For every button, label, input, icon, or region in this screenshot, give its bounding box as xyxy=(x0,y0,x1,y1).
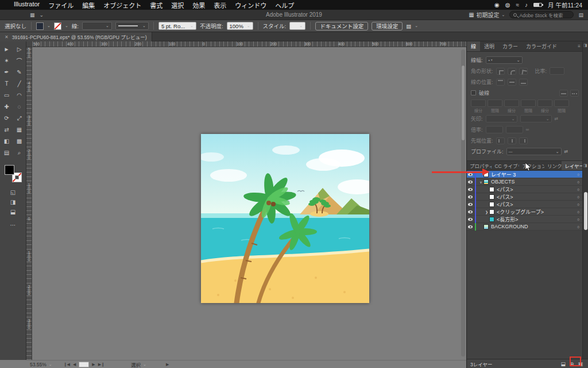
stock-search-input[interactable]: Adobe Stock を検索 xyxy=(509,11,574,18)
tool-icon[interactable]: ▤ xyxy=(1,147,13,158)
fill-proxy-swatch[interactable] xyxy=(5,165,14,175)
titlebar-icon[interactable]: ⌄ xyxy=(40,12,44,18)
visibility-toggle[interactable] xyxy=(467,223,474,231)
beach-illustration[interactable] xyxy=(201,134,369,303)
tool-icon[interactable]: T xyxy=(1,78,13,89)
expand-arrow[interactable]: ❯ xyxy=(484,210,489,214)
layer-name[interactable]: <長方形> xyxy=(497,216,574,223)
draw-mode-icon[interactable]: ◱ xyxy=(10,189,16,195)
layer-thumbnail[interactable] xyxy=(483,224,489,229)
layer-name[interactable]: OBJECTS xyxy=(491,179,574,185)
target-circle-icon[interactable]: ○ xyxy=(574,195,583,199)
document-setup-button[interactable]: ドキュメント設定 xyxy=(315,22,368,30)
tool-icon[interactable]: ⌕ xyxy=(14,147,25,158)
tool-icon[interactable]: ▭ xyxy=(1,90,13,101)
menu-item[interactable]: ファイル xyxy=(48,1,74,10)
panel-toggle-icon[interactable]: ▤ xyxy=(578,12,583,18)
dash-field[interactable] xyxy=(504,99,519,107)
tool-icon[interactable]: ✶ xyxy=(1,55,13,66)
panel-tab[interactable]: 透明 xyxy=(480,41,498,51)
menu-item[interactable]: ヘルプ xyxy=(275,1,294,10)
menu-item[interactable]: ウィンドウ xyxy=(235,1,266,10)
panel-tab[interactable]: 線 xyxy=(467,41,480,51)
link-scale-icon[interactable]: ∞ xyxy=(526,127,529,132)
visibility-toggle[interactable] xyxy=(467,186,474,193)
target-circle-icon[interactable]: ○ xyxy=(574,217,583,221)
brush-definition-dropdown[interactable]: 5 pt. Ro...⌄ xyxy=(158,22,196,30)
width-profile-dropdown[interactable]: ⌄ xyxy=(115,22,149,30)
bevel-join-button[interactable] xyxy=(519,68,528,75)
first-artboard-button[interactable]: ❙◀ xyxy=(64,362,70,367)
zoom-dropdown[interactable]: 53.55% ⌄ xyxy=(30,362,52,367)
visibility-toggle[interactable] xyxy=(467,216,474,223)
target-circle-icon[interactable]: ○ xyxy=(574,187,583,191)
layer-thumbnail[interactable] xyxy=(489,202,494,207)
dash-field[interactable] xyxy=(554,99,569,107)
previous-artboard-button[interactable]: ◀ xyxy=(73,362,76,367)
round-join-button[interactable] xyxy=(508,68,516,75)
layer-name[interactable]: レイヤー 3 xyxy=(491,171,574,178)
layer-thumbnail[interactable] xyxy=(489,209,494,214)
flip-along-icon[interactable]: ⇄ xyxy=(564,149,568,154)
style-dropdown[interactable]: ⌄ xyxy=(289,22,305,30)
scale-start-field[interactable] xyxy=(486,126,503,133)
fill-stroke-control[interactable] xyxy=(5,165,22,182)
menubar-status-icon[interactable]: ≈ xyxy=(516,2,520,8)
tool-icon[interactable]: ▷ xyxy=(14,44,25,55)
tool-icon[interactable]: ◧ xyxy=(1,136,13,147)
menubar-clock[interactable]: 月 午前11:24 xyxy=(548,1,582,9)
layer-thumbnail[interactable] xyxy=(483,179,489,185)
layer-row[interactable]: <パス> ○ xyxy=(467,186,583,193)
menu-item[interactable]: 選択 xyxy=(171,1,184,10)
next-artboard-button[interactable]: ▶ xyxy=(92,362,95,367)
layer-name[interactable]: <パス> xyxy=(497,201,574,208)
menu-item[interactable]: Illustrator xyxy=(14,1,40,10)
target-circle-icon[interactable]: ○ xyxy=(574,225,583,229)
status-flyout-icon[interactable]: ▶ xyxy=(166,362,169,367)
dashed-line-checkbox[interactable] xyxy=(471,90,476,95)
layer-thumbnail[interactable] xyxy=(489,194,494,200)
titlebar-icon[interactable]: ▦ xyxy=(30,12,35,18)
align-center-button[interactable] xyxy=(496,79,505,86)
menu-item[interactable]: 効果 xyxy=(192,1,205,10)
tool-icon[interactable]: ╱ xyxy=(14,78,25,89)
tool-icon[interactable]: ▩ xyxy=(14,136,25,147)
layer-thumbnail[interactable] xyxy=(489,187,494,192)
panel-tab[interactable]: リンク xyxy=(544,161,562,170)
layer-row[interactable]: ❯ <クリップグループ> ○ xyxy=(467,208,583,216)
fill-color-swatch[interactable] xyxy=(36,22,44,30)
align-outside-button[interactable] xyxy=(519,79,528,86)
status-tool-dropdown[interactable]: 選択 ⌄ xyxy=(131,361,146,368)
layer-name[interactable]: <クリップグループ> xyxy=(497,208,574,216)
dash-field[interactable] xyxy=(471,99,486,107)
tool-icon[interactable]: ✎ xyxy=(14,67,25,78)
layers-scrollbar-thumb[interactable] xyxy=(584,192,587,230)
tip-inside-button[interactable] xyxy=(519,137,528,144)
tool-icon[interactable]: ◠ xyxy=(14,90,25,101)
layers-footer-icon[interactable]: ⬓ xyxy=(560,361,566,367)
expand-arrow[interactable]: ∨ xyxy=(478,180,483,184)
layer-name[interactable]: <パス> xyxy=(497,186,574,193)
layer-row[interactable]: <パス> ○ xyxy=(467,201,583,208)
tool-icon[interactable]: ► xyxy=(1,44,13,55)
chevron-down-icon[interactable]: ⌄ xyxy=(65,24,68,28)
visibility-toggle[interactable] xyxy=(467,178,474,186)
tool-icon[interactable]: ⤢ xyxy=(14,113,25,124)
visibility-toggle[interactable] xyxy=(467,208,474,216)
tool-icon[interactable]: ⇄ xyxy=(1,124,13,135)
draw-mode-icon[interactable]: ◨ xyxy=(10,199,16,205)
scale-end-field[interactable] xyxy=(506,126,523,133)
opacity-dropdown[interactable]: 100%⌄ xyxy=(227,22,253,30)
menu-item[interactable]: オブジェクト xyxy=(103,1,141,10)
arrow-end-dropdown[interactable]: ⌄ xyxy=(520,115,552,122)
width-profile-dropdown[interactable]: — ⌄ xyxy=(506,148,562,155)
layer-row[interactable]: ∨ OBJECTS ○ xyxy=(467,178,583,186)
tool-icon[interactable]: ✒ xyxy=(1,67,13,78)
canvas[interactable]: 5004003002001000100200300400500600700 50… xyxy=(26,41,466,360)
align-dash-button[interactable] xyxy=(570,90,579,97)
chevron-down-icon[interactable]: ⌄ xyxy=(47,24,51,28)
miter-join-button[interactable] xyxy=(496,68,505,75)
stepper-icon[interactable]: ▲▼ xyxy=(488,59,493,62)
menu-item[interactable]: 表示 xyxy=(214,1,226,10)
visibility-toggle[interactable] xyxy=(467,201,474,208)
